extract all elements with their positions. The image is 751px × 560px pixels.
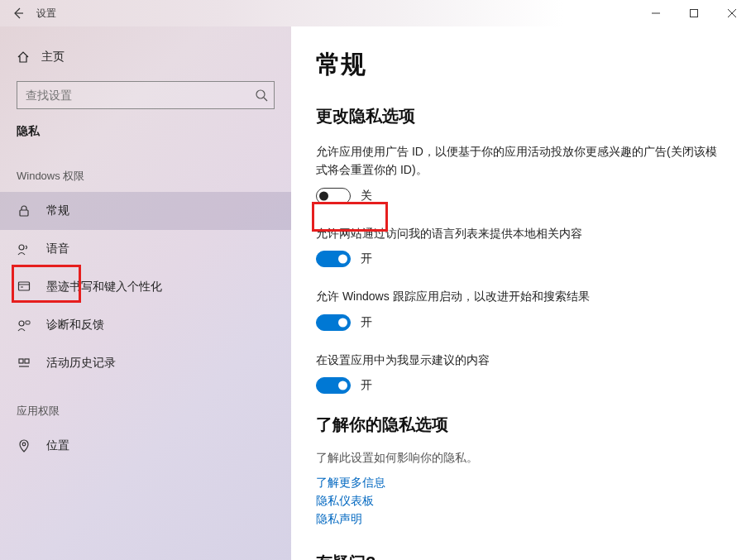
svg-point-16	[22, 443, 26, 446]
nav-location[interactable]: 位置	[0, 427, 291, 465]
svg-rect-8	[19, 282, 30, 290]
search-icon	[255, 89, 268, 102]
nav-speech[interactable]: 语音	[0, 230, 291, 268]
link-learn-more[interactable]: 了解更多信息	[316, 476, 718, 491]
close-icon	[728, 9, 736, 17]
svg-line-5	[264, 98, 267, 101]
nav-diagnostics-label: 诊断和反馈	[46, 318, 104, 333]
nav-location-label: 位置	[46, 438, 69, 453]
section-windows-permissions: Windows 权限	[0, 147, 291, 192]
link-privacy-statement[interactable]: 隐私声明	[316, 512, 718, 527]
svg-rect-12	[26, 321, 30, 324]
link-privacy-dashboard[interactable]: 隐私仪表板	[316, 494, 718, 509]
opt3-toggle[interactable]	[316, 314, 351, 331]
section-questions: 有疑问?	[316, 552, 718, 560]
opt4-toggle[interactable]	[316, 377, 351, 394]
opt2-state: 开	[361, 251, 372, 266]
opt1-state: 关	[361, 189, 372, 203]
minimize-button[interactable]	[637, 0, 675, 26]
home-label: 主页	[41, 50, 65, 65]
sidebar: 主页 隐私 Windows 权限 常规 语音 墨迹书写和键入个性化	[0, 26, 291, 560]
opt1-desc: 允许应用使用广告 ID，以便基于你的应用活动投放你更感兴趣的广告(关闭该模式将会…	[316, 142, 718, 179]
svg-rect-6	[20, 210, 28, 216]
opt4-state: 开	[361, 378, 372, 393]
opt2-desc: 允许网站通过访问我的语言列表来提供本地相关内容	[316, 224, 718, 242]
nav-activity[interactable]: 活动历史记录	[0, 344, 291, 382]
nav-general[interactable]: 常规	[0, 192, 291, 230]
minimize-icon	[652, 9, 660, 17]
opt3-desc: 允许 Windows 跟踪应用启动，以改进开始和搜索结果	[316, 287, 718, 305]
window-title: 设置	[36, 7, 56, 21]
activity-icon	[17, 357, 31, 370]
section-app-permissions: 应用权限	[0, 382, 291, 427]
search-input[interactable]	[17, 81, 275, 109]
learn-desc: 了解此设置如何影响你的隐私。	[316, 451, 718, 466]
page-title: 常规	[316, 48, 718, 82]
ink-icon	[17, 280, 31, 294]
nav-ink[interactable]: 墨迹书写和键入个性化	[0, 268, 291, 306]
svg-rect-1	[691, 10, 698, 17]
nav-diagnostics[interactable]: 诊断和反馈	[0, 306, 291, 344]
close-button[interactable]	[713, 0, 751, 26]
nav-activity-label: 活动历史记录	[46, 356, 116, 371]
category-title: 隐私	[0, 124, 291, 147]
svg-rect-13	[19, 359, 23, 363]
opt2-toggle[interactable]	[316, 251, 351, 267]
titlebar: 设置	[0, 0, 751, 26]
location-icon	[17, 439, 31, 452]
home-link[interactable]: 主页	[0, 41, 291, 73]
section-change-privacy: 更改隐私选项	[316, 105, 718, 127]
feedback-icon	[17, 318, 31, 332]
maximize-icon	[690, 9, 698, 17]
back-arrow-icon	[12, 7, 25, 20]
nav-general-label: 常规	[46, 203, 69, 218]
nav-ink-label: 墨迹书写和键入个性化	[46, 280, 162, 294]
home-icon	[17, 50, 30, 64]
opt1-toggle[interactable]	[316, 188, 351, 204]
lock-icon	[17, 204, 31, 218]
back-button[interactable]	[0, 0, 36, 26]
speech-icon	[17, 242, 31, 256]
svg-point-4	[256, 90, 265, 98]
nav-speech-label: 语音	[46, 242, 69, 256]
main-content: 常规 更改隐私选项 允许应用使用广告 ID，以便基于你的应用活动投放你更感兴趣的…	[291, 26, 751, 560]
svg-rect-14	[25, 359, 29, 363]
svg-point-11	[19, 321, 24, 326]
section-learn-privacy: 了解你的隐私选项	[316, 414, 718, 436]
svg-point-7	[19, 245, 24, 250]
maximize-button[interactable]	[675, 0, 713, 26]
opt3-state: 开	[361, 315, 372, 330]
opt4-desc: 在设置应用中为我显示建议的内容	[316, 351, 718, 369]
